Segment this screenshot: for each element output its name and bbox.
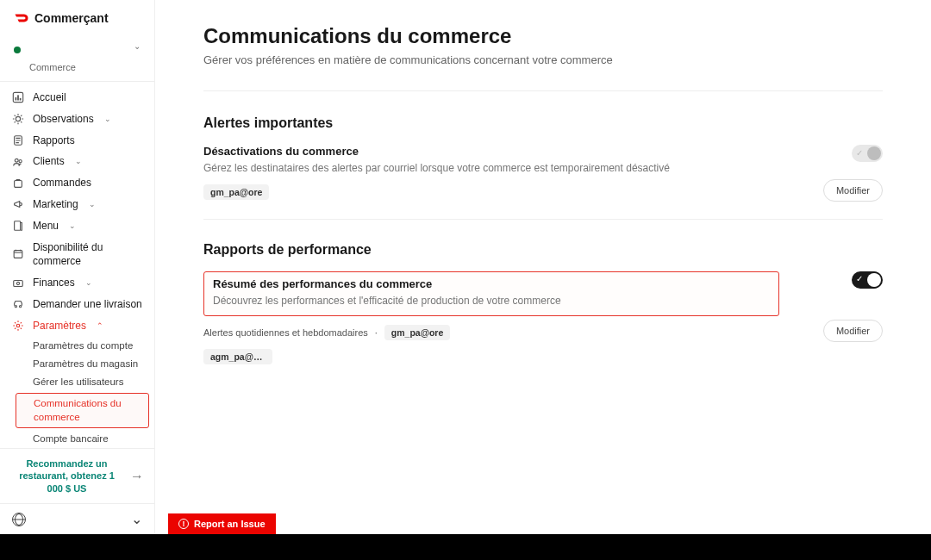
- org-label: Commerce: [0, 62, 154, 81]
- email-chip: gm_pa@ore: [203, 184, 269, 200]
- sidebar-item-clients[interactable]: Clients ⌄: [0, 151, 154, 172]
- divider: [203, 90, 883, 91]
- check-icon: ✓: [856, 148, 863, 158]
- report-issue-button[interactable]: ! Report an Issue: [168, 513, 276, 534]
- sidebar-item-availability[interactable]: Disponibilité du commerce: [0, 237, 154, 273]
- nav-label: Disponibilité du commerce: [33, 240, 142, 270]
- reports-icon: [12, 134, 24, 146]
- toggle-deactivations[interactable]: ✓: [852, 145, 883, 162]
- svg-point-13: [15, 306, 16, 308]
- calendar-icon: [12, 248, 24, 260]
- setting-desc: Découvrez les performances et l'efficaci…: [213, 294, 770, 308]
- nav-label: Accueil: [33, 90, 66, 105]
- menu-icon: [12, 220, 24, 232]
- brand: Commerçant: [0, 0, 154, 34]
- toggle-knob: [867, 273, 881, 287]
- setting-desc: Gérez les destinataires des alertes par …: [203, 161, 779, 176]
- nav-scroll[interactable]: Accueil Observations ⌄ Rapports Clients …: [0, 81, 154, 448]
- nav-label: Marketing: [33, 197, 78, 212]
- setting-performance-summary: Résumé des performances du commerce Déco…: [203, 271, 883, 316]
- svg-rect-1: [16, 97, 17, 101]
- nav-label: Observations: [33, 112, 94, 127]
- sidebar-item-finances[interactable]: Finances ⌄: [0, 272, 154, 294]
- svg-rect-11: [14, 280, 23, 286]
- status-dot-icon: [14, 47, 21, 53]
- separator: ·: [375, 327, 378, 338]
- referral-text: Recommandez un restaurant, obtenez 1 000…: [10, 457, 123, 495]
- svg-point-15: [16, 324, 20, 327]
- page-title: Communications du commerce: [203, 24, 883, 48]
- svg-point-7: [19, 159, 22, 162]
- highlight-outline: Résumé des performances du commerce Déco…: [203, 271, 779, 316]
- setting-label: Désactivations du commerce: [203, 145, 779, 158]
- chevron-down-icon: ⌄: [134, 41, 141, 51]
- nav-label: Finances: [33, 276, 75, 290]
- sidebar-sub-store[interactable]: Paramètres du magasin: [0, 355, 154, 373]
- check-icon: ✓: [856, 274, 863, 283]
- sidebar-item-request-delivery[interactable]: Demander une livraison: [0, 294, 154, 315]
- main-content: Communications du commerce Gérer vos pré…: [155, 0, 931, 534]
- nav-label: Menu: [33, 219, 59, 233]
- divider: [203, 219, 883, 220]
- brand-logo-icon: [14, 10, 29, 26]
- nav-label: Clients: [33, 154, 65, 169]
- alert-icon: !: [178, 519, 189, 529]
- chevron-down-icon: ⌄: [69, 221, 76, 232]
- orders-icon: [12, 177, 24, 190]
- globe-icon: [12, 513, 26, 526]
- sidebar-sub-bank[interactable]: Compte bancaire: [0, 430, 154, 448]
- home-icon: [12, 91, 24, 103]
- users-icon: [12, 156, 24, 168]
- sidebar-item-orders[interactable]: Commandes: [0, 172, 154, 194]
- referral-banner[interactable]: Recommandez un restaurant, obtenez 1 000…: [0, 448, 154, 503]
- chevron-down-icon: ⌄: [75, 156, 82, 167]
- svg-rect-3: [20, 98, 22, 101]
- svg-point-14: [19, 306, 21, 308]
- sidebar-sub-users[interactable]: Gérer les utilisateurs: [0, 373, 154, 391]
- sidebar-item-menu[interactable]: Menu ⌄: [0, 215, 154, 237]
- modify-button[interactable]: Modifier: [823, 320, 883, 342]
- svg-rect-10: [14, 251, 22, 258]
- section-title-alerts: Alertes importantes: [203, 115, 883, 131]
- locale-selector[interactable]: ⌄: [0, 503, 154, 534]
- section-title-performance: Rapports de performance: [203, 242, 883, 258]
- sidebar-item-settings[interactable]: Paramètres ⌃: [0, 315, 154, 337]
- sidebar-sub-communications[interactable]: Communications du commerce: [16, 393, 149, 427]
- report-issue-label: Report an Issue: [194, 519, 266, 529]
- sidebar-item-reports[interactable]: Rapports: [0, 130, 154, 152]
- chevron-down-icon: ⌄: [131, 511, 142, 527]
- toggle-knob: [867, 146, 881, 160]
- setting-label: Résumé des performances du commerce: [213, 277, 770, 290]
- page-subtitle: Gérer vos préférences en matière de comm…: [203, 53, 883, 66]
- sidebar-item-marketing[interactable]: Marketing ⌄: [0, 194, 154, 215]
- sidebar-item-home[interactable]: Accueil: [0, 87, 154, 109]
- email-chip: agm_pa@ore: [203, 349, 272, 364]
- daily-alerts-label: Alertes quotidiennes et hebdomadaires: [203, 327, 368, 338]
- nav-label: Paramètres: [33, 319, 86, 333]
- chevron-down-icon: ⌄: [104, 114, 111, 125]
- finances-icon: [12, 277, 24, 289]
- recipients-row: gm_pa@ore Modifier: [203, 184, 883, 200]
- nav-label: Commandes: [33, 176, 91, 190]
- svg-point-4: [16, 117, 20, 121]
- svg-rect-9: [15, 221, 21, 231]
- bulb-icon: [12, 113, 24, 125]
- email-chip: gm_pa@ore: [384, 325, 450, 340]
- org-selector[interactable]: ⌄: [0, 34, 154, 62]
- nav-label: Rapports: [33, 134, 75, 148]
- toggle-performance-summary[interactable]: ✓: [852, 271, 883, 289]
- sidebar-item-observations[interactable]: Observations ⌄: [0, 109, 154, 130]
- gear-icon: [12, 320, 24, 332]
- svg-point-6: [15, 159, 18, 162]
- svg-rect-8: [15, 180, 22, 187]
- chevron-down-icon: ⌄: [89, 199, 96, 210]
- arrow-right-icon: →: [130, 469, 144, 484]
- sidebar-sub-account[interactable]: Paramètres du compte: [0, 337, 154, 355]
- svg-rect-2: [17, 96, 19, 101]
- nav-label: Demander une livraison: [33, 297, 142, 312]
- chevron-up-icon: ⌃: [97, 320, 103, 332]
- modify-button[interactable]: Modifier: [823, 179, 883, 202]
- svg-point-12: [16, 282, 19, 284]
- sidebar: Commerçant ⌄ Commerce Accueil Observatio…: [0, 0, 155, 534]
- setting-store-deactivations: Désactivations du commerce Gérez les des…: [203, 145, 883, 176]
